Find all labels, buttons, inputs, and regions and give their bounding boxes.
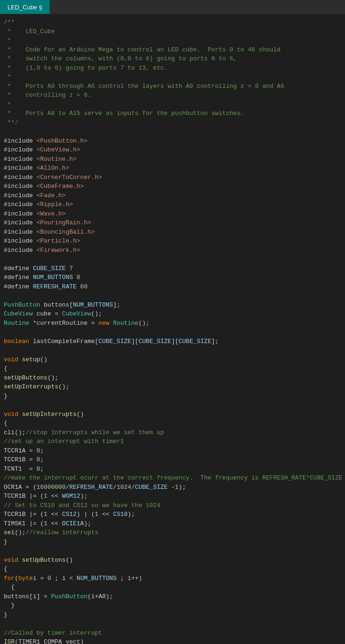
code-line: TCCR1B = 0; — [0, 455, 345, 465]
code-line: * Ports A8 to A15 serve as inputs for th… — [0, 109, 345, 118]
code-line: #include <AllOn.h> — [0, 164, 345, 173]
code-line: * switch the columns, with (0,0 to 6) go… — [0, 54, 345, 64]
code-line: * controlling z = 6. — [0, 91, 345, 100]
code-line: } — [0, 610, 345, 620]
code-line: void setUpInterrupts() — [0, 410, 345, 419]
code-line: CubeView cube = CubeView(); — [0, 309, 345, 319]
code-line: TIMSK1 |= (1 << OCIE1A); — [0, 519, 345, 529]
code-line: } — [0, 392, 345, 401]
tab-bar: LED_Cube § — [0, 0, 345, 14]
code-line — [0, 546, 345, 556]
code-line: } — [0, 537, 345, 547]
code-editor: /** * LED_Cube * * Code for an Arduino M… — [0, 14, 345, 644]
code-line: * Ports A0 through A6 control the layers… — [0, 82, 345, 91]
code-line: #include <Routine.h> — [0, 155, 345, 164]
code-line: * LED_Cube — [0, 27, 345, 36]
code-line: boolean lastCompleteFrame[CUBE_SIZE][CUB… — [0, 337, 345, 346]
code-line — [0, 255, 345, 264]
code-line: #include <PouringRain.h> — [0, 218, 345, 228]
code-line: * — [0, 36, 345, 45]
code-line: /** — [0, 18, 345, 27]
code-line: buttons[i] = PushButton(i+A8); — [0, 592, 345, 601]
code-line: //set up an interrupt with timer1 — [0, 437, 345, 446]
tab-label: LED_Cube § — [7, 4, 42, 11]
code-line: void setup() — [0, 355, 345, 365]
code-line: cli();//stop interrupts while we set the… — [0, 428, 345, 437]
code-line — [0, 346, 345, 355]
code-line: setUpInterrupts(); — [0, 382, 345, 392]
code-line: void setUpButtons() — [0, 556, 345, 565]
code-line — [0, 619, 345, 629]
code-line: //make the interrupt ocurr at the correc… — [0, 473, 345, 483]
code-line — [0, 328, 345, 337]
code-line: //Called by timer interrupt — [0, 629, 345, 638]
code-line: #include <CornerToCorner.h> — [0, 173, 345, 182]
code-line: #include <Firework.h> — [0, 246, 345, 255]
tab-led-cube[interactable]: LED_Cube § — [0, 0, 50, 14]
code-line: * (1,0 to 6) going to ports 7 to 13, etc… — [0, 64, 345, 73]
code-line: OCR1A = (16000000/REFRESH_RATE/1024/CUBE… — [0, 483, 345, 492]
code-line: #include <Ripple.h> — [0, 200, 345, 209]
code-line: // Set to CS10 and CS12 so we have the 1… — [0, 501, 345, 510]
code-line — [0, 401, 345, 410]
code-line: { — [0, 565, 345, 574]
code-line: #include <CubeView.h> — [0, 145, 345, 155]
code-line: #include <Wave.h> — [0, 209, 345, 219]
code-line: #include <Particle.h> — [0, 236, 345, 246]
code-line: { — [0, 364, 345, 373]
code-line: **/ — [0, 118, 345, 128]
code-line: setUpButtons(); — [0, 373, 345, 383]
code-line: * Code for an Arduino Mega to control an… — [0, 45, 345, 55]
code-line: #include <CubeFrame.h> — [0, 182, 345, 191]
code-line: PushButton buttons[NUM_BUTTONS]; — [0, 301, 345, 310]
code-line — [0, 127, 345, 136]
code-line: TCCR1B |= (1 << CS12) | (1 << CS10); — [0, 510, 345, 519]
code-line: { — [0, 419, 345, 428]
code-line: TCCR1A = 0; — [0, 446, 345, 456]
code-line: } — [0, 601, 345, 610]
code-line: { — [0, 583, 345, 592]
code-line — [0, 291, 345, 301]
code-line: for(byte i = 0 ; i < NUM_BUTTONS ; i++) — [0, 574, 345, 583]
code-line: #define NUM_BUTTONS 8 — [0, 273, 345, 282]
code-line: #define REFRESH_RATE 60 — [0, 282, 345, 292]
code-line: TCCR1B |= (1 << WGM12); — [0, 492, 345, 501]
code-line: sei();//reallow interrupts — [0, 528, 345, 537]
code-line: * — [0, 100, 345, 109]
code-line: #define CUBE_SIZE 7 — [0, 264, 345, 273]
code-line: #include <BouncingBall.h> — [0, 228, 345, 237]
code-line: Routine *currentRoutine = new Routine(); — [0, 319, 345, 328]
code-line: ISR(TIMER1_COMPA_vect) — [0, 637, 345, 644]
code-line: #include <Fade.h> — [0, 191, 345, 200]
code-line: #include <PushButton.h> — [0, 136, 345, 146]
code-line: TCNT1 = 0; — [0, 465, 345, 474]
code-line: * — [0, 72, 345, 82]
